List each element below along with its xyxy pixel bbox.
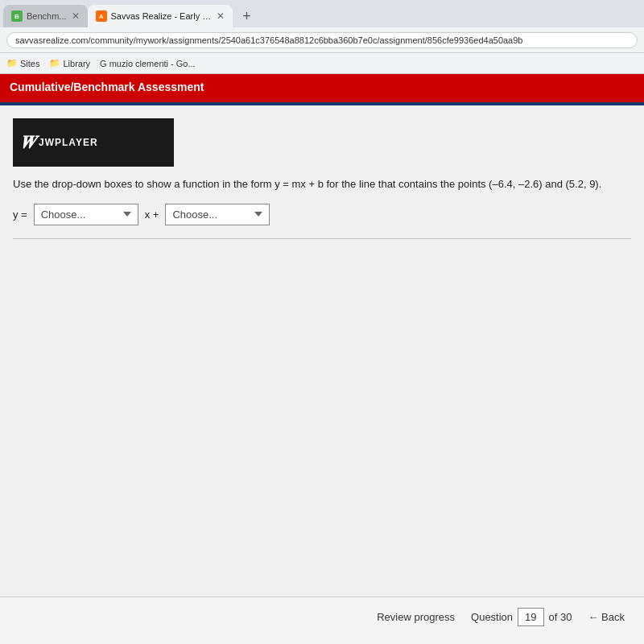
library-icon: 📁 (49, 58, 60, 68)
bookmark-library[interactable]: 📁 Library (49, 58, 90, 68)
dropdown1-select[interactable]: Choose... (34, 204, 138, 225)
tab2-label: Savvas Realize - Early Learner Co (111, 11, 212, 21)
equation-middle: x + (145, 208, 159, 221)
video-player[interactable]: 𝑾 JWPLAYER (13, 118, 174, 167)
tab1-close[interactable]: ✕ (72, 10, 80, 22)
back-button[interactable]: ← Back (581, 608, 631, 626)
bookmark-sites-label: Sites (20, 59, 39, 68)
bookmark-sites[interactable]: 📁 Sites (6, 58, 39, 68)
equation-row: y = Choose... x + Choose... (13, 204, 631, 225)
page-content: Cumulative/Benchmark Assessment 𝑾 JWPLAY… (0, 74, 644, 644)
tab-bar: B Benchm... ✕ A Savvas Realize - Early L… (0, 0, 644, 27)
of-label: of 30 (549, 611, 572, 623)
address-bar: savvasrealize.com/community/mywork/assig… (0, 27, 644, 53)
question-label: Question (471, 611, 513, 623)
equation-prefix: y = (13, 208, 27, 221)
question-nav: Question 19 of 30 (471, 608, 572, 626)
content-separator (13, 238, 631, 239)
main-area: 𝑾 JWPLAYER Use the drop-down boxes to sh… (0, 105, 644, 597)
tab2-favicon: A (96, 10, 107, 22)
dropdown2-select[interactable]: Choose... (165, 204, 270, 225)
jwplayer-logo: 𝑾 JWPLAYER (19, 132, 98, 153)
page-title: Cumulative/Benchmark Assessment (10, 80, 204, 93)
jw-icon: 𝑾 (19, 132, 35, 153)
jw-text: JWPLAYER (39, 137, 98, 148)
question-instruction: Use the drop-down boxes to show a functi… (13, 176, 631, 192)
dropdown2-wrapper: Choose... (165, 204, 270, 225)
bookmarks-bar: 📁 Sites 📁 Library G muzio clementi - Go.… (0, 53, 644, 74)
review-progress-button[interactable]: Review progress (370, 608, 461, 626)
tab1-favicon: B (11, 10, 23, 22)
tab1-label: Benchm... (27, 11, 67, 21)
bookmark-library-label: Library (63, 59, 90, 68)
url-bar[interactable]: savvasrealize.com/community/mywork/assig… (6, 32, 638, 48)
browser-chrome: B Benchm... ✕ A Savvas Realize - Early L… (0, 0, 644, 74)
bookmark-muzio-label: muzio clementi - Go... (109, 59, 196, 68)
question-number: 19 (518, 608, 543, 626)
bottom-bar: Review progress Question 19 of 30 ← Back (0, 597, 644, 637)
tab2-close[interactable]: ✕ (217, 10, 225, 22)
header-banner: Cumulative/Benchmark Assessment (0, 74, 644, 102)
new-tab-button[interactable]: + (236, 5, 258, 27)
sites-icon: 📁 (6, 58, 18, 68)
tab-benchmarks[interactable]: B Benchm... ✕ (3, 5, 88, 27)
dropdown1-wrapper: Choose... (34, 204, 138, 225)
google-icon: G (100, 59, 107, 68)
tab-savvas[interactable]: A Savvas Realize - Early Learner Co ✕ (88, 5, 233, 27)
bookmark-muzio[interactable]: G muzio clementi - Go... (100, 59, 196, 68)
